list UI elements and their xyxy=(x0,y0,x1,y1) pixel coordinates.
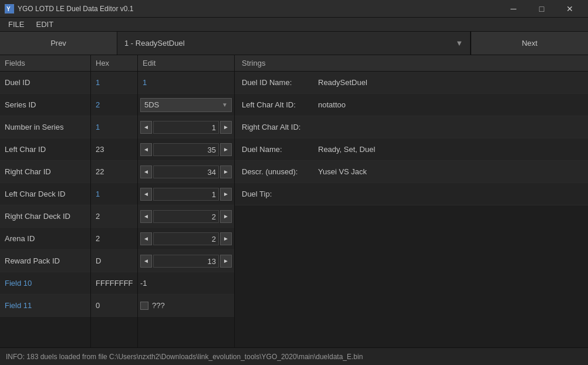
field-label: Left Char Deck ID xyxy=(5,190,65,198)
string-value: ReadySetDuel xyxy=(318,78,581,87)
string-row: Duel Tip: xyxy=(235,183,588,205)
field-row: Reward Pack ID xyxy=(0,250,90,272)
spin-increment-button[interactable]: ► xyxy=(220,143,232,156)
string-row: Right Char Alt ID: xyxy=(235,116,588,138)
string-label: Duel ID Name: xyxy=(242,78,318,87)
hex-value: 1 xyxy=(96,78,100,87)
checkbox-row: ??? xyxy=(140,301,165,310)
hex-value: 1 xyxy=(96,190,100,198)
field-row: Arena ID xyxy=(0,228,90,250)
spinner-control: ◄13► xyxy=(140,255,232,268)
menu-edit[interactable]: EDIT xyxy=(30,19,59,30)
spin-increment-button[interactable]: ► xyxy=(220,121,232,134)
string-label: Duel Tip: xyxy=(242,190,318,198)
hex-row: 2 xyxy=(91,94,137,116)
window-controls: ─ □ ✕ xyxy=(500,0,583,18)
edit-text-value: 1 xyxy=(140,78,149,87)
minimize-button[interactable]: ─ xyxy=(500,0,527,18)
fields-header: Fields xyxy=(0,55,90,72)
edit-row: ◄13► xyxy=(138,250,234,272)
edit-rows: 15DS▼◄1►◄35►◄34►◄1►◄2►◄2►◄13►-1??? xyxy=(138,72,234,317)
prev-button[interactable]: Prev xyxy=(0,32,117,55)
field-row: Left Char Deck ID xyxy=(0,183,90,205)
main-content: Fields Duel IDSeries IDNumber in SeriesL… xyxy=(0,55,588,347)
edit-column: Edit 15DS▼◄1►◄35►◄34►◄1►◄2►◄2►◄13►-1??? xyxy=(138,55,234,347)
spin-increment-button[interactable]: ► xyxy=(220,255,232,268)
spin-value: 13 xyxy=(153,255,219,268)
record-label: 1 - ReadySetDuel xyxy=(124,39,185,48)
spin-decrement-button[interactable]: ◄ xyxy=(140,255,152,268)
edit-row: ◄1► xyxy=(138,183,234,205)
field-label: Left Char ID xyxy=(5,145,46,154)
app-icon: Y xyxy=(5,4,14,13)
edit-row: ◄2► xyxy=(138,205,234,228)
status-text: INFO: 183 duels loaded from file C:\User… xyxy=(6,353,363,361)
hex-value: 0 xyxy=(96,301,100,310)
spin-increment-button[interactable]: ► xyxy=(220,210,232,223)
hex-value: FFFFFFFF xyxy=(96,279,133,288)
maximize-button[interactable]: □ xyxy=(528,0,555,18)
edit-row: ◄2► xyxy=(138,228,234,250)
edit-row[interactable]: ??? xyxy=(138,295,234,317)
hex-row: 2 xyxy=(91,228,137,250)
string-row: Duel Name:Ready, Set, Duel xyxy=(235,138,588,161)
next-button[interactable]: Next xyxy=(471,32,588,55)
hex-row: 1 xyxy=(91,72,137,94)
edit-header: Edit xyxy=(138,55,234,72)
hex-row: D xyxy=(91,250,137,272)
edit-row: 1 xyxy=(138,72,234,94)
field-row: Series ID xyxy=(0,94,90,116)
dropdown-arrow-icon: ▼ xyxy=(222,102,228,108)
close-button[interactable]: ✕ xyxy=(556,0,583,18)
field-row: Left Char ID xyxy=(0,138,90,161)
spin-value: 1 xyxy=(153,121,219,134)
checkbox-label: ??? xyxy=(152,301,165,310)
hex-row: 22 xyxy=(91,161,137,183)
edit-row: ◄34► xyxy=(138,161,234,183)
field-row: Number in Series xyxy=(0,116,90,138)
field-label: Series ID xyxy=(5,100,36,109)
spin-increment-button[interactable]: ► xyxy=(220,188,232,201)
spin-increment-button[interactable]: ► xyxy=(220,165,232,178)
hex-row: 2 xyxy=(91,205,137,228)
edit-row: -1 xyxy=(138,272,234,295)
window-title: YGO LOTD LE Duel Data Editor v0.1 xyxy=(18,5,500,13)
hex-row: 0 xyxy=(91,295,137,317)
field-label: Reward Pack ID xyxy=(5,256,60,265)
field-label: Field 11 xyxy=(5,301,32,310)
spin-decrement-button[interactable]: ◄ xyxy=(140,210,152,223)
field-label: Number in Series xyxy=(5,123,63,131)
hex-rows: 1212322122DFFFFFFFF0 xyxy=(91,72,137,317)
field-checkbox[interactable] xyxy=(140,302,148,310)
spin-increment-button[interactable]: ► xyxy=(220,232,232,245)
field-row: Right Char Deck ID xyxy=(0,205,90,228)
spin-decrement-button[interactable]: ◄ xyxy=(140,188,152,201)
spin-decrement-button[interactable]: ◄ xyxy=(140,165,152,178)
dropdown-value: 5DS xyxy=(144,100,222,109)
spin-decrement-button[interactable]: ◄ xyxy=(140,143,152,156)
edit-row: ◄1► xyxy=(138,116,234,138)
hex-row: 1 xyxy=(91,183,137,205)
titlebar: Y YGO LOTD LE Duel Data Editor v0.1 ─ □ … xyxy=(0,0,588,18)
spin-decrement-button[interactable]: ◄ xyxy=(140,232,152,245)
hex-value: D xyxy=(96,256,101,265)
edit-row[interactable]: 5DS▼ xyxy=(138,94,234,116)
hex-header: Hex xyxy=(91,55,137,72)
string-row: Duel ID Name:ReadySetDuel xyxy=(235,72,588,94)
left-panel: Fields Duel IDSeries IDNumber in SeriesL… xyxy=(0,55,235,347)
series-dropdown[interactable]: 5DS▼ xyxy=(140,98,232,112)
hex-value: 22 xyxy=(96,167,104,176)
menu-file[interactable]: FILE xyxy=(2,19,30,30)
record-dropdown-arrow: ▼ xyxy=(455,39,463,48)
string-row: Descr. (unused):Yusei VS Jack xyxy=(235,161,588,183)
hex-row: 1 xyxy=(91,116,137,138)
strings-header: Strings xyxy=(235,55,588,72)
spin-decrement-button[interactable]: ◄ xyxy=(140,121,152,134)
spin-value: 35 xyxy=(153,143,219,156)
right-panel: Strings Duel ID Name:ReadySetDuelLeft Ch… xyxy=(235,55,588,347)
hex-value: 1 xyxy=(96,123,100,131)
hex-value: 2 xyxy=(96,212,100,221)
record-selector[interactable]: 1 - ReadySetDuel ▼ xyxy=(117,32,471,55)
hex-row: 23 xyxy=(91,138,137,161)
statusbar: INFO: 183 duels loaded from file C:\User… xyxy=(0,347,588,365)
